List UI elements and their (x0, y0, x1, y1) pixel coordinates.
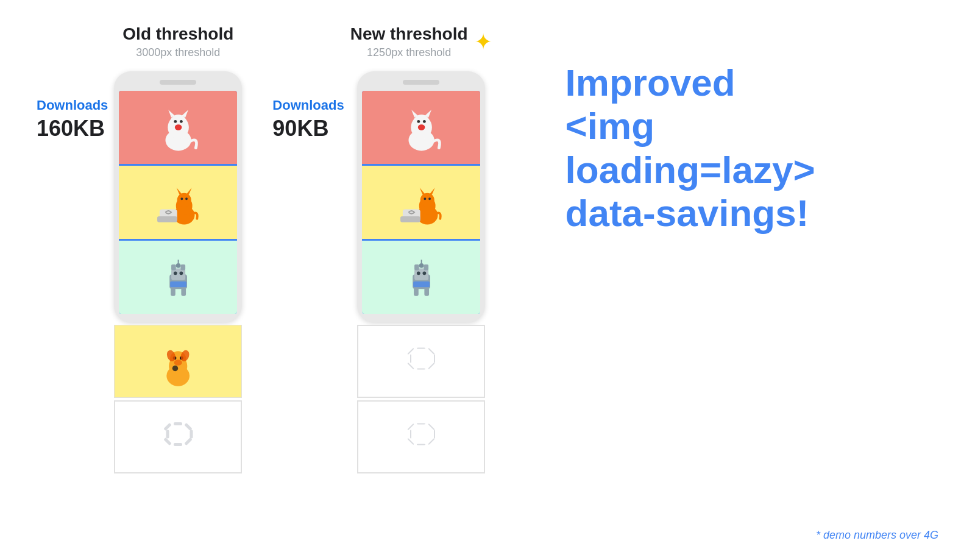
loading-card-old-1 (114, 400, 242, 473)
new-below-fold (357, 325, 485, 473)
svg-rect-22 (171, 288, 176, 296)
orange-cat-image-old (119, 166, 237, 239)
svg-point-36 (172, 366, 178, 371)
svg-marker-49 (430, 188, 435, 195)
svg-rect-60 (424, 288, 429, 296)
svg-rect-55 (414, 269, 428, 280)
right-downloads-label: Downloads (272, 97, 344, 113)
improved-heading: Improved <img loading=lazy> data-savings… (566, 61, 914, 235)
svg-point-19 (174, 271, 177, 275)
svg-point-47 (420, 193, 434, 207)
old-threshold-column: Old threshold 3000px threshold (114, 24, 242, 473)
orange-cat-image-new (362, 166, 480, 239)
loading-spinner-new-1 (358, 325, 484, 397)
left-downloads-size: 160KB (37, 116, 105, 141)
new-threshold-header: New threshold 1250px threshold ✦ (350, 24, 492, 59)
svg-point-20 (179, 271, 183, 275)
svg-point-13 (180, 197, 183, 200)
cat-image-new (362, 91, 480, 164)
svg-point-10 (177, 193, 191, 207)
old-phone-frame (114, 71, 242, 322)
loading-spinner-new-2 (358, 401, 484, 473)
svg-rect-16 (157, 216, 177, 222)
demo-note: * demo numbers over 4G (816, 529, 938, 542)
svg-point-57 (422, 271, 426, 275)
info-section: Improved <img loading=lazy> data-savings… (529, 24, 938, 259)
old-threshold-subtitle: 3000px threshold (122, 46, 233, 59)
svg-marker-12 (186, 188, 192, 195)
svg-rect-23 (181, 288, 186, 296)
robot-dog-image-new (362, 241, 480, 314)
robot-dog-image-old (119, 241, 237, 314)
right-downloads-size: 90KB (272, 116, 328, 141)
svg-point-26 (176, 263, 181, 268)
left-downloads-info: Downloads 160KB (37, 24, 108, 151)
left-downloads-label: Downloads (37, 97, 108, 113)
phone-notch (160, 80, 196, 85)
sparkle-icon: ✦ (474, 29, 492, 55)
old-threshold-header: Old threshold 3000px threshold (122, 24, 233, 59)
svg-rect-59 (414, 288, 419, 296)
svg-point-44 (417, 124, 425, 130)
svg-rect-25 (180, 264, 185, 271)
svg-point-14 (185, 197, 188, 200)
yellow-dog-card-old (114, 325, 242, 398)
loading-card-new-1 (357, 325, 485, 398)
old-below-fold (114, 325, 242, 473)
svg-point-56 (416, 271, 420, 275)
svg-rect-21 (170, 282, 186, 288)
svg-point-51 (428, 197, 431, 200)
new-phone-screen (362, 91, 480, 314)
svg-point-42 (417, 120, 420, 123)
svg-point-31 (174, 360, 182, 365)
svg-point-43 (423, 120, 426, 123)
new-phone-notch (403, 80, 439, 85)
svg-rect-24 (171, 264, 176, 271)
svg-rect-62 (424, 264, 428, 271)
old-threshold-title: Old threshold (122, 24, 233, 44)
svg-rect-53 (400, 216, 420, 222)
yellow-dog-image (115, 325, 241, 397)
loading-card-new-2 (357, 400, 485, 473)
new-threshold-column: New threshold 1250px threshold ✦ (350, 24, 492, 473)
svg-point-50 (424, 197, 426, 200)
svg-point-63 (419, 263, 424, 268)
new-threshold-subtitle: 1250px threshold (350, 46, 468, 59)
svg-point-7 (175, 124, 182, 130)
svg-point-5 (174, 120, 177, 123)
old-phone-screen (119, 91, 237, 314)
svg-marker-48 (419, 188, 425, 195)
svg-point-6 (180, 120, 183, 123)
right-downloads-info: Downloads 90KB (272, 24, 344, 151)
svg-rect-18 (171, 269, 185, 280)
svg-rect-58 (413, 282, 430, 288)
new-threshold-title: New threshold (350, 24, 468, 44)
cat-image-old (119, 91, 237, 164)
svg-marker-11 (176, 188, 182, 195)
loading-spinner-old-1 (115, 401, 241, 473)
svg-rect-61 (414, 264, 419, 271)
new-phone-frame (357, 71, 485, 322)
